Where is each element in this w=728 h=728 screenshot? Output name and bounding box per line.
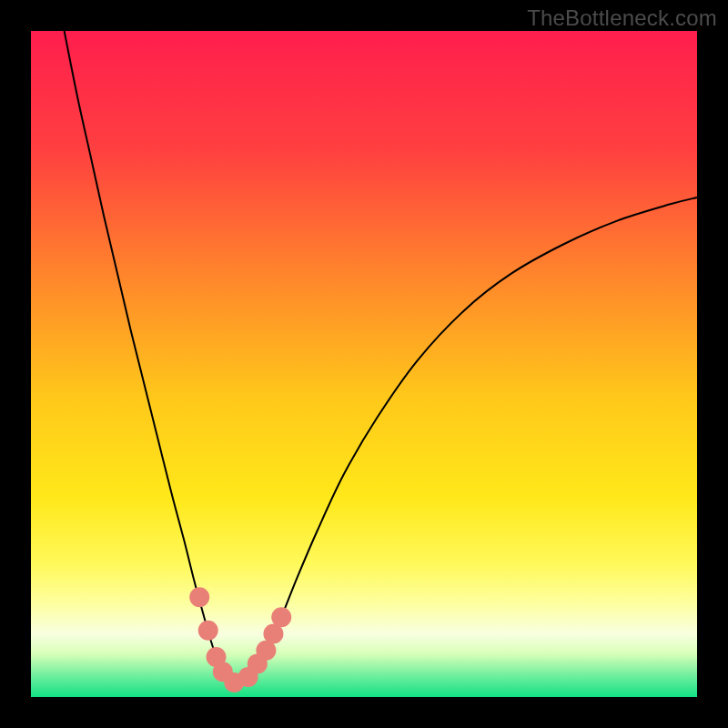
highlight-dot [198, 621, 218, 641]
plot-area [31, 31, 697, 697]
watermark-text: TheBottleneck.com [527, 5, 717, 31]
chart-frame: TheBottleneck.com [0, 0, 728, 728]
highlight-dot [189, 587, 209, 607]
chart-svg [31, 31, 697, 697]
highlight-dot [271, 607, 291, 627]
gradient-background [31, 31, 697, 697]
